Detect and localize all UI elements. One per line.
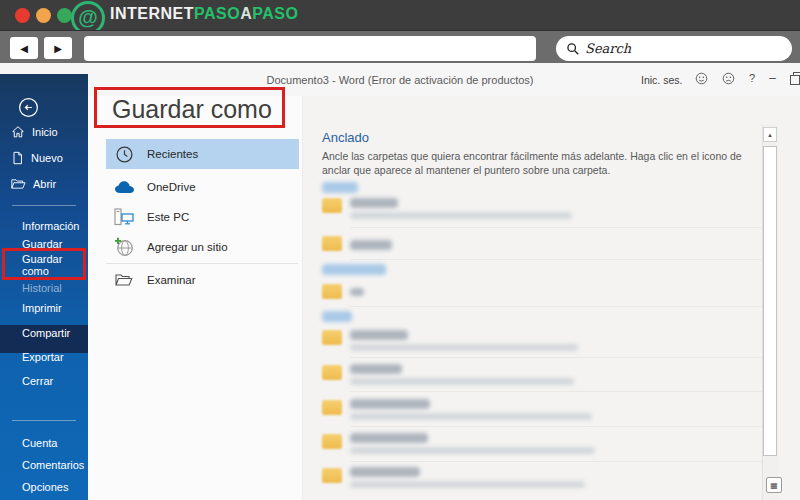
folder-name-redacted	[350, 467, 420, 477]
site-logo-text: INTERNETPASOAPASO	[110, 5, 298, 23]
sidebar-item-exportar[interactable]: Exportar	[0, 347, 88, 367]
pinned-section-description: Ancle las carpetas que quiera encontrar …	[322, 149, 760, 177]
add-site-globe-icon	[113, 237, 135, 257]
bottom-right-mini-button[interactable]: ▦	[766, 477, 782, 493]
minimize-button[interactable]: –	[769, 71, 776, 85]
close-traffic-light[interactable]	[15, 8, 30, 23]
place-agregar-un-sitio[interactable]: Agregar un sitio	[106, 232, 299, 262]
sidebar-item-label: Cuenta	[22, 437, 57, 449]
frown-feedback-icon[interactable]	[722, 72, 735, 85]
this-pc-icon	[113, 208, 135, 226]
folder-path-redacted	[350, 413, 592, 420]
sidebar-item-cuenta[interactable]: Cuenta	[0, 433, 88, 453]
folder-icon	[322, 400, 342, 415]
sidebar-item-label: Inicio	[32, 126, 58, 138]
folder-group-header	[322, 311, 352, 322]
onedrive-cloud-icon	[113, 180, 135, 194]
back-button[interactable]	[18, 97, 39, 118]
smiley-feedback-icon[interactable]	[695, 72, 708, 85]
folder-name-redacted	[350, 330, 408, 340]
row-divider	[350, 306, 772, 307]
folder-group-header	[322, 182, 358, 193]
browser-back-button[interactable]: ◀	[10, 37, 38, 59]
logo-word-paso1: PASO	[194, 5, 240, 22]
folder-icon	[322, 236, 342, 251]
annotation-box-sidebar-guardar-como	[2, 248, 86, 280]
home-icon	[11, 125, 25, 139]
sidebar-item-imprimir[interactable]: Imprimir	[0, 298, 88, 318]
sidebar-item-opciones[interactable]: Opciones	[0, 477, 88, 497]
sidebar-item-label: Comentarios	[22, 459, 84, 471]
sidebar-item-inicio[interactable]: Inicio	[0, 122, 88, 142]
sidebar-item-cerrar[interactable]: Cerrar	[0, 371, 88, 391]
folder-name-redacted	[350, 240, 392, 250]
new-document-icon	[11, 151, 24, 165]
help-button[interactable]: ?	[749, 72, 755, 84]
folder-icon	[322, 468, 342, 483]
browser-forward-button[interactable]: ▶	[44, 37, 72, 59]
screenshot-root: @ INTERNETPASOAPASO ◀ ▶ Search Documento…	[0, 0, 800, 500]
sidebar-item-abrir[interactable]: Abrir	[0, 174, 88, 194]
folder-path-redacted	[350, 212, 572, 219]
sidebar-item-historial: Historial	[0, 278, 88, 298]
sidebar-item-label: Cerrar	[22, 375, 53, 387]
places-divider	[106, 263, 298, 264]
folder-name-redacted	[350, 399, 430, 409]
logo-word-a: A	[240, 5, 252, 22]
sidebar-item-compartir[interactable]: Compartir	[0, 323, 88, 343]
sidebar-item-label: Información	[22, 220, 79, 232]
row-divider	[350, 357, 772, 358]
sidebar-item-label: Historial	[22, 282, 62, 294]
word-window-controls: ? –	[695, 71, 800, 85]
sign-in-link[interactable]: Inic. ses.	[641, 74, 682, 86]
folder-icon	[322, 198, 342, 213]
sidebar-divider	[12, 420, 76, 421]
restore-window-button[interactable]	[790, 72, 800, 85]
address-bar-input[interactable]	[84, 36, 536, 61]
sidebar-item-label: Compartir	[22, 327, 70, 339]
scrollbar-up-arrow[interactable]: ▲	[763, 127, 777, 142]
place-label: Examinar	[147, 274, 196, 286]
pinned-section-title: Anclado	[322, 130, 369, 145]
open-folder-icon	[11, 178, 26, 190]
minimize-traffic-light[interactable]	[36, 8, 51, 23]
sidebar-item-label: Nuevo	[31, 152, 63, 164]
browse-folder-icon	[113, 273, 135, 287]
row-divider	[350, 426, 772, 427]
browser-titlebar: @ INTERNETPASOAPASO	[0, 0, 800, 30]
place-label: OneDrive	[147, 181, 196, 193]
folder-icon	[322, 284, 342, 299]
folder-name-redacted	[350, 288, 364, 296]
sidebar-item-label: Imprimir	[22, 302, 62, 314]
sidebar-item-label: Opciones	[22, 481, 68, 493]
logo-word-internet: INTERNET	[110, 5, 194, 22]
sidebar-item-nuevo[interactable]: Nuevo	[0, 148, 88, 168]
clock-icon	[113, 145, 135, 164]
folder-name-redacted	[350, 364, 402, 374]
place-onedrive[interactable]: OneDrive	[106, 172, 299, 202]
folder-path-redacted	[350, 447, 595, 454]
place-examinar[interactable]: Examinar	[106, 265, 299, 295]
browser-search-box[interactable]: Search	[556, 36, 792, 61]
folder-icon	[322, 330, 342, 345]
place-label: Este PC	[147, 211, 189, 223]
row-divider	[350, 461, 772, 462]
folder-icon	[322, 365, 342, 380]
sidebar-item-label: Exportar	[22, 351, 64, 363]
sidebar-item-comentarios[interactable]: Comentarios	[0, 455, 88, 475]
row-divider	[350, 227, 772, 228]
zoom-traffic-light[interactable]	[57, 8, 72, 23]
search-placeholder: Search	[585, 41, 631, 56]
folder-name-redacted	[350, 198, 398, 208]
backstage-sidebar: Inicio Nuevo Abrir Información Guardar G…	[0, 74, 88, 500]
scrollbar-thumb[interactable]	[763, 146, 777, 456]
place-este-pc[interactable]: Este PC	[106, 202, 299, 232]
place-recientes[interactable]: Recientes	[106, 139, 299, 169]
folder-icon	[322, 434, 342, 449]
sidebar-item-label: Abrir	[33, 178, 56, 190]
sidebar-divider	[12, 205, 76, 206]
folder-name-redacted	[350, 433, 428, 443]
folder-path-redacted	[350, 344, 578, 351]
sidebar-item-informacion[interactable]: Información	[0, 216, 88, 236]
place-label: Agregar un sitio	[147, 241, 228, 253]
